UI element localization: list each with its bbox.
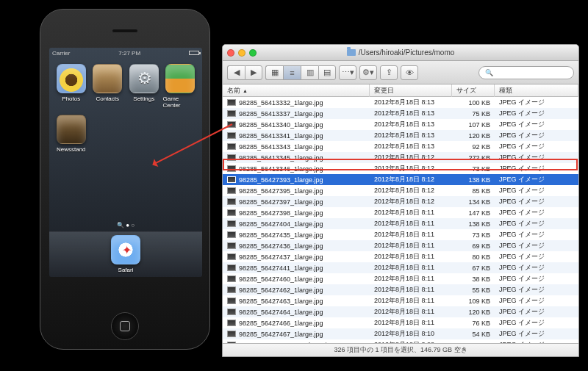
table-row[interactable]: 98285_56413346_1large.jpg2012年8月18日 8:12… — [223, 163, 578, 174]
app-settings[interactable]: Settings — [126, 64, 162, 109]
iphone-screen[interactable]: Carrier 7:27 PM Photos Contacts Settings… — [49, 48, 202, 277]
table-row[interactable]: 98285_56427466_1large.jpg2012年8月18日 8:11… — [223, 317, 578, 328]
file-name: 98285_56413337_1large.jpg — [239, 110, 323, 118]
table-row[interactable]: 98285_56427441_1large.jpg2012年8月18日 8:11… — [223, 262, 578, 273]
file-thumb-icon — [227, 99, 236, 106]
file-thumb-icon — [227, 298, 236, 304]
table-row[interactable]: 98285_56427460_1large.jpg2012年8月18日 8:11… — [223, 273, 578, 284]
page-dot-active: ● — [126, 222, 129, 228]
table-row[interactable]: 98285_56413341_1large.jpg2012年8月18日 8:13… — [223, 130, 578, 141]
file-name: 98285_56427437_1large.jpg — [239, 253, 323, 261]
table-row[interactable]: 98285_56427395_1large.jpg2012年8月18日 8:12… — [223, 185, 578, 196]
table-row[interactable]: 98285_56413340_1large.jpg2012年8月18日 8:13… — [223, 119, 578, 130]
file-thumb-icon — [227, 242, 236, 249]
file-kind: JPEG イメージ — [495, 98, 578, 107]
file-thumb-icon — [227, 154, 236, 161]
speaker-slot — [112, 29, 138, 33]
file-modified: 2012年8月18日 8:12 — [370, 175, 452, 184]
forward-button[interactable]: ▶ — [245, 65, 262, 80]
file-modified: 2012年8月18日 8:12 — [370, 197, 452, 206]
file-size: 55 KB — [452, 287, 495, 294]
file-thumb-icon — [227, 309, 236, 315]
app-label: Safari — [118, 267, 134, 273]
file-thumb-icon — [227, 110, 236, 117]
table-row[interactable]: 98285_56427463_1large.jpg2012年8月18日 8:11… — [223, 295, 578, 306]
photos-icon — [57, 64, 86, 93]
contacts-icon — [93, 64, 122, 93]
settings-icon — [129, 64, 159, 93]
share-button[interactable]: ⇪ — [380, 65, 398, 80]
table-row[interactable]: 98285_56413345_1large.jpg2012年8月18日 8:12… — [223, 152, 578, 163]
home-screen-grid: Photos Contacts Settings Game Center New… — [49, 58, 202, 159]
table-row[interactable]: 98285_56413343_1large.jpg2012年8月18日 8:13… — [223, 141, 578, 152]
app-contacts[interactable]: Contacts — [90, 64, 126, 109]
column-modified[interactable]: 変更日 — [370, 84, 452, 97]
back-button[interactable]: ◀ — [227, 65, 245, 80]
file-name: 98285_56427436_1large.jpg — [239, 242, 323, 250]
file-kind: JPEG イメージ — [495, 120, 578, 129]
view-list-button[interactable]: ≡ — [283, 65, 301, 80]
titlebar[interactable]: /Users/hiroaki/Pictures/momo — [223, 45, 578, 61]
home-button[interactable] — [111, 312, 139, 340]
file-name: 98285_56413332_1large.jpg — [239, 99, 323, 107]
table-row[interactable]: 98285_56427398_1large.jpg2012年8月18日 8:11… — [223, 207, 578, 218]
file-kind: JPEG イメージ — [495, 208, 578, 217]
file-name: 98285_56427397_1large.jpg — [239, 198, 323, 206]
file-modified: 2012年8月18日 8:11 — [370, 263, 452, 273]
toolbar: ◀ ▶ ▦ ≡ ▥ ▤ ⋯▾ ⚙▾ ⇪ 👁 🔍 — [223, 61, 578, 84]
file-kind: JPEG イメージ — [495, 241, 578, 251]
search-input[interactable]: 🔍 — [478, 66, 574, 79]
action-button[interactable]: ⚙▾ — [359, 65, 377, 80]
file-kind: JPEG イメージ — [495, 285, 578, 295]
file-thumb-icon — [227, 287, 236, 293]
page-dot: ○ — [131, 222, 135, 228]
file-kind: JPEG イメージ — [495, 142, 578, 151]
file-thumb-icon — [227, 187, 236, 194]
file-kind: JPEG イメージ — [495, 175, 578, 184]
arrange-button[interactable]: ⋯▾ — [339, 65, 356, 80]
app-photos[interactable]: Photos — [54, 64, 89, 109]
file-modified: 2012年8月18日 8:12 — [370, 164, 452, 173]
table-row[interactable]: 98285_56427464_1large.jpg2012年8月18日 8:11… — [223, 306, 578, 317]
table-row[interactable]: 98285_56427467_1large.jpg2012年8月18日 8:10… — [223, 328, 578, 339]
file-size: 75 KB — [452, 110, 495, 118]
file-name: 98285_56413345_1large.jpg — [239, 154, 323, 162]
app-newsstand[interactable]: Newsstand — [54, 115, 89, 153]
table-row[interactable]: 98285_56427437_1large.jpg2012年8月18日 8:11… — [223, 251, 578, 262]
file-modified: 2012年8月18日 8:13 — [370, 98, 452, 107]
file-name: 98285_56427467_1large.jpg — [239, 331, 323, 338]
table-row[interactable]: 98285_56427436_1large.jpg2012年8月18日 8:11… — [223, 240, 578, 251]
file-size: 100 KB — [452, 99, 495, 107]
quicklook-button[interactable]: 👁 — [401, 65, 418, 80]
table-row[interactable]: 98285_56427397_1large.jpg2012年8月18日 8:12… — [223, 196, 578, 207]
file-kind: JPEG イメージ — [495, 329, 578, 339]
table-row[interactable]: 98285_56413332_1large.jpg2012年8月18日 8:13… — [223, 97, 578, 108]
table-row[interactable]: 98285_56427404_1large.jpg2012年8月18日 8:11… — [223, 218, 578, 229]
column-name[interactable]: 名前 ▲ — [223, 84, 370, 97]
file-name: 98285_56427435_1large.jpg — [239, 231, 323, 239]
table-row[interactable]: 98285_56427393_1large.jpg2012年8月18日 8:12… — [223, 174, 578, 185]
file-size: 73 KB — [452, 165, 495, 173]
table-row[interactable]: 98285_56413337_1large.jpg2012年8月18日 8:13… — [223, 108, 578, 119]
spotlight-dot-icon: 🔍 — [117, 222, 124, 228]
view-columns-button[interactable]: ▥ — [301, 65, 318, 80]
file-kind: JPEG イメージ — [495, 307, 578, 317]
table-row[interactable]: 98285_56427435_1large.jpg2012年8月18日 8:11… — [223, 229, 578, 240]
table-row[interactable]: 98285_56427462_1large.jpg2012年8月18日 8:11… — [223, 284, 578, 295]
app-safari[interactable]: Safari — [111, 235, 140, 273]
column-size[interactable]: サイズ — [452, 84, 495, 97]
view-icons-button[interactable]: ▦ — [265, 65, 283, 80]
iphone-simulator: Carrier 7:27 PM Photos Contacts Settings… — [40, 9, 210, 350]
page-indicator: 🔍 ● ○ — [49, 222, 202, 228]
column-kind[interactable]: 種類 — [495, 84, 578, 97]
finder-window[interactable]: /Users/hiroaki/Pictures/momo ◀ ▶ ▦ ≡ ▥ ▤… — [222, 44, 579, 357]
app-game-center[interactable]: Game Center — [163, 64, 198, 109]
newsstand-icon — [57, 115, 86, 144]
file-list[interactable]: 98285_56413332_1large.jpg2012年8月18日 8:13… — [223, 97, 578, 343]
file-size: 138 KB — [452, 220, 495, 228]
file-modified: 2012年8月18日 8:11 — [370, 307, 452, 317]
view-buttons: ▦ ≡ ▥ ▤ — [265, 65, 336, 80]
app-label: Game Center — [163, 96, 198, 109]
file-thumb-icon — [227, 231, 236, 238]
view-coverflow-button[interactable]: ▤ — [318, 65, 336, 80]
